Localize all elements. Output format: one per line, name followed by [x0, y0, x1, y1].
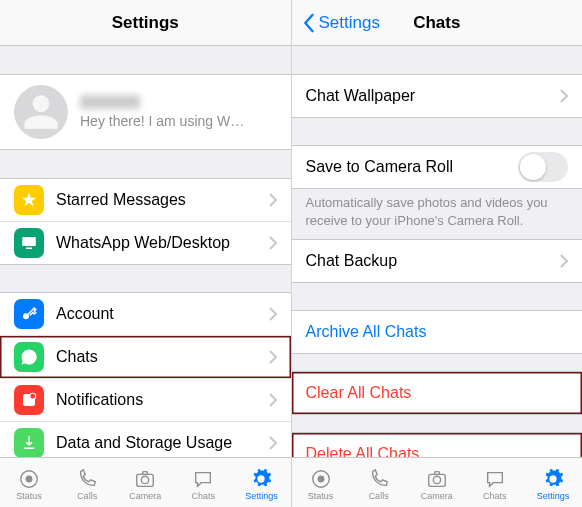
chat-backup-row[interactable]: Chat Backup	[292, 239, 583, 283]
notifications-row[interactable]: Notifications	[0, 378, 291, 422]
tab-label: Status	[16, 491, 42, 501]
profile-row[interactable]: Hey there! I am using W…	[0, 74, 291, 150]
action-label: Archive All Chats	[306, 323, 427, 341]
data-storage-row[interactable]: Data and Storage Usage	[0, 421, 291, 457]
tab-label: Camera	[421, 491, 453, 501]
row-label: Notifications	[56, 391, 269, 409]
chats-row[interactable]: Chats	[0, 335, 291, 379]
account-row[interactable]: Account	[0, 292, 291, 336]
chats-settings-pane: Settings Chats Chat Wallpaper Save to Ca…	[292, 0, 583, 507]
row-label: WhatsApp Web/Desktop	[56, 234, 269, 252]
svg-point-4	[30, 393, 36, 399]
nav-title: Settings	[0, 13, 291, 33]
archive-all-chats[interactable]: Archive All Chats	[292, 310, 583, 354]
tab-label: Status	[308, 491, 334, 501]
svg-rect-0	[22, 237, 36, 246]
notifications-icon	[14, 385, 44, 415]
row-label: Chat Backup	[306, 252, 561, 270]
chevron-right-icon	[560, 89, 568, 103]
chevron-right-icon	[560, 254, 568, 268]
tab-chats[interactable]: Chats	[174, 458, 232, 507]
tab-camera[interactable]: Camera	[116, 458, 174, 507]
row-label: Account	[56, 305, 269, 323]
chat-wallpaper-row[interactable]: Chat Wallpaper	[292, 74, 583, 118]
tab-label: Settings	[537, 491, 570, 501]
key-icon	[14, 299, 44, 329]
avatar-icon	[14, 85, 68, 139]
chevron-right-icon	[269, 393, 277, 407]
tab-calls[interactable]: Calls	[58, 458, 116, 507]
chevron-right-icon	[269, 350, 277, 364]
tab-chats[interactable]: Chats	[466, 458, 524, 507]
tab-status[interactable]: Status	[292, 458, 350, 507]
tab-label: Settings	[245, 491, 278, 501]
row-label: Save to Camera Roll	[306, 158, 519, 176]
tab-label: Camera	[129, 491, 161, 501]
nav-bar: Settings Chats	[292, 0, 583, 46]
tab-settings[interactable]: Settings	[232, 458, 290, 507]
star-icon	[14, 185, 44, 215]
tab-label: Chats	[483, 491, 507, 501]
tab-bar: Status Calls Camera Chats Settings	[0, 457, 291, 507]
settings-pane: Settings Hey there! I am using W… Starre…	[0, 0, 292, 507]
data-icon	[14, 428, 44, 457]
chevron-right-icon	[269, 236, 277, 250]
svg-point-6	[26, 476, 32, 482]
camera-roll-toggle[interactable]	[518, 152, 568, 182]
tab-label: Chats	[192, 491, 216, 501]
chevron-right-icon	[269, 193, 277, 207]
camera-roll-note: Automatically save photos and videos you…	[292, 188, 583, 239]
whatsapp-web-row[interactable]: WhatsApp Web/Desktop	[0, 221, 291, 265]
tab-status[interactable]: Status	[0, 458, 58, 507]
svg-point-2	[23, 313, 29, 319]
action-label: Clear All Chats	[306, 384, 412, 402]
chevron-right-icon	[269, 436, 277, 450]
nav-bar: Settings	[0, 0, 291, 46]
chevron-right-icon	[269, 307, 277, 321]
whatsapp-icon	[14, 342, 44, 372]
starred-messages-row[interactable]: Starred Messages	[0, 178, 291, 222]
nav-title: Chats	[292, 13, 583, 33]
tab-bar: Status Calls Camera Chats Settings	[292, 457, 583, 507]
row-label: Chat Wallpaper	[306, 87, 561, 105]
row-label: Data and Storage Usage	[56, 434, 269, 452]
row-label: Starred Messages	[56, 191, 269, 209]
tab-label: Calls	[369, 491, 389, 501]
svg-point-10	[318, 476, 324, 482]
tab-settings[interactable]: Settings	[524, 458, 582, 507]
clear-all-chats[interactable]: Clear All Chats	[292, 371, 583, 415]
profile-name	[80, 95, 140, 109]
camera-roll-row[interactable]: Save to Camera Roll	[292, 145, 583, 189]
svg-point-12	[433, 476, 440, 483]
delete-all-chats[interactable]: Delete All Chats	[292, 432, 583, 457]
svg-rect-1	[26, 248, 32, 250]
svg-point-8	[142, 476, 149, 483]
tab-camera[interactable]: Camera	[408, 458, 466, 507]
action-label: Delete All Chats	[306, 445, 420, 457]
row-label: Chats	[56, 348, 269, 366]
tab-label: Calls	[77, 491, 97, 501]
profile-status: Hey there! I am using W…	[80, 113, 244, 129]
desktop-icon	[14, 228, 44, 258]
tab-calls[interactable]: Calls	[350, 458, 408, 507]
